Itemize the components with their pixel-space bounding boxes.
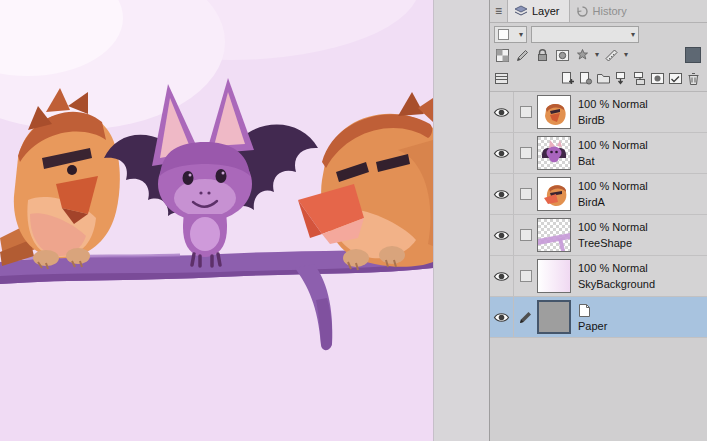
layer-blend-label: 100 % Normal [578,140,648,151]
editing-pencil-icon [518,310,533,325]
layer-row-paper[interactable]: Paper [490,297,707,338]
layer-checkbox[interactable] [520,229,532,241]
tab-layer-label: Layer [532,5,560,17]
blend-mode-dropdown[interactable]: ▾ [494,26,527,43]
layer-blend-label: 100 % Normal [578,222,648,233]
layer-name: BirdB [578,115,648,126]
history-icon [576,5,589,18]
layer-checkbox[interactable] [520,188,532,200]
new-layer-dialog-icon[interactable] [578,71,593,86]
new-folder-icon[interactable] [596,71,611,86]
layer-action-group [560,71,701,86]
layer-name: Paper [578,321,607,332]
opacity-dropdown[interactable]: ▾ [531,26,639,43]
visibility-eye-icon[interactable] [493,147,510,160]
palette-options-icon[interactable] [494,71,509,86]
layer-checkbox[interactable] [520,270,532,282]
layer-color-swatch[interactable] [685,47,701,63]
layer-row-bat[interactable]: 100 % Normal Bat [490,133,707,174]
chevron-down-icon[interactable]: ▾ [595,51,599,59]
canvas-area[interactable] [0,0,434,441]
chevron-down-icon: ▾ [519,31,523,39]
delete-layer-icon[interactable] [686,71,701,86]
visibility-eye-icon[interactable] [493,229,510,242]
lock-transparent-pixels-icon[interactable] [495,48,510,63]
layer-row-birdb[interactable]: 100 % Normal BirdB [490,92,707,133]
visibility-eye-icon[interactable] [493,106,510,119]
tab-layer[interactable]: Layer [507,0,570,22]
layer-thumbnail[interactable] [537,300,571,334]
layer-properties-row: ▾ ▾ [490,45,707,66]
enable-mask-icon[interactable] [555,48,570,63]
app-window: ≡ Layer History ▾ [0,0,707,441]
layer-name: Bat [578,156,648,167]
layer-thumbnail[interactable] [537,177,571,211]
layer-panel: ≡ Layer History ▾ [489,0,707,441]
lock-layer-icon[interactable] [535,48,550,63]
layer-actions-row [490,66,707,92]
layer-list: 100 % Normal BirdB [490,92,707,441]
layer-thumbnail[interactable] [537,259,571,293]
tab-history[interactable]: History [570,0,636,22]
layer-name: SkyBackground [578,279,655,290]
visibility-eye-icon[interactable] [493,188,510,201]
apply-mask-icon[interactable] [668,71,683,86]
reference-layer-icon[interactable] [575,48,590,63]
layer-thumbnail[interactable] [537,136,571,170]
panel-menu-icon[interactable]: ≡ [490,0,507,22]
layer-blend-label: 100 % Normal [578,181,648,192]
ruler-icon[interactable] [604,48,619,63]
create-layer-mask-icon[interactable] [650,71,665,86]
paper-icon [578,303,591,318]
layers-icon [514,5,528,17]
draft-layer-icon[interactable] [515,48,530,63]
layer-row-birda[interactable]: 100 % Normal BirdA [490,174,707,215]
canvas-artwork [0,0,433,441]
layer-checkbox[interactable] [520,106,532,118]
layer-row-skybackground[interactable]: 100 % Normal SkyBackground [490,256,707,297]
transfer-to-lower-icon[interactable] [614,71,629,86]
layer-blend-label: 100 % Normal [578,263,655,274]
visibility-eye-icon[interactable] [493,270,510,283]
chevron-down-icon: ▾ [631,31,635,39]
layer-checkbox[interactable] [520,147,532,159]
tab-history-label: History [593,5,627,17]
layer-name: BirdA [578,197,648,208]
blend-row: ▾ ▾ [490,23,707,45]
merge-to-lower-icon[interactable] [632,71,647,86]
new-raster-layer-icon[interactable] [560,71,575,86]
layer-thumbnail[interactable] [537,218,571,252]
layer-row-treeshape[interactable]: 100 % Normal TreeShape [490,215,707,256]
layer-thumbnail[interactable] [537,95,571,129]
layer-name: TreeShape [578,238,648,249]
visibility-eye-icon[interactable] [493,311,510,324]
chevron-down-icon[interactable]: ▾ [624,51,628,59]
workspace-background [434,0,489,441]
panel-tab-bar: ≡ Layer History [490,0,707,23]
layer-blend-label: 100 % Normal [578,99,648,110]
blend-mode-swatch [498,29,509,40]
